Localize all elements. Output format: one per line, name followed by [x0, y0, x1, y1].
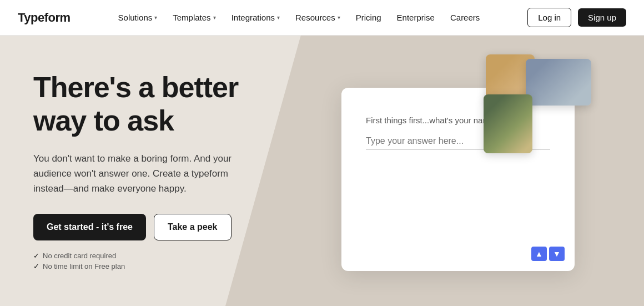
nav-resources[interactable]: Resources ▾	[289, 8, 347, 27]
form-next-button[interactable]: ▼	[549, 247, 565, 261]
form-prev-button[interactable]: ▲	[531, 247, 547, 261]
chevron-down-icon: ▾	[213, 14, 216, 21]
login-button[interactable]: Log in	[527, 8, 571, 27]
hero-note-1: ✓ No credit card required	[33, 252, 255, 260]
form-navigation: ▲ ▼	[531, 247, 565, 261]
hero-subtext: You don't want to make a boring form. An…	[33, 151, 255, 197]
floating-image-3	[484, 94, 532, 153]
chevron-down-icon: ▾	[338, 14, 340, 21]
hero-headline: There's a better way to ask	[33, 71, 255, 138]
check-icon-2: ✓	[33, 262, 39, 270]
get-started-button[interactable]: Get started - it's free	[33, 214, 146, 240]
hero-buttons: Get started - it's free Take a peek	[33, 214, 255, 240]
take-a-peek-button[interactable]: Take a peek	[154, 214, 232, 240]
nav-links: Solutions ▾ Templates ▾ Integrations ▾ R…	[112, 8, 487, 27]
chevron-down-icon: ▾	[154, 14, 157, 21]
chevron-down-icon: ▾	[277, 14, 280, 21]
hero-right: First things first...what's your name? ▲…	[289, 71, 644, 271]
nav-enterprise[interactable]: Enterprise	[390, 8, 441, 27]
floating-image-2	[526, 59, 591, 106]
nav-templates[interactable]: Templates ▾	[166, 8, 222, 27]
hero-note-2: ✓ No time limit on Free plan	[33, 262, 255, 270]
signup-button[interactable]: Sign up	[578, 8, 626, 27]
hero-notes: ✓ No credit card required ✓ No time limi…	[33, 252, 255, 270]
hero-section: There's a better way to ask You don't wa…	[0, 36, 644, 306]
nav-solutions[interactable]: Solutions ▾	[112, 8, 164, 27]
hero-left: There's a better way to ask You don't wa…	[0, 49, 289, 293]
form-preview: First things first...what's your name? ▲…	[341, 88, 575, 271]
nav-actions: Log in Sign up	[527, 8, 626, 27]
logo[interactable]: Typeform	[18, 11, 71, 25]
nav-careers[interactable]: Careers	[444, 8, 486, 27]
check-icon-1: ✓	[33, 252, 39, 260]
nav-pricing[interactable]: Pricing	[349, 8, 388, 27]
image-cluster	[475, 54, 586, 165]
navbar: Typeform Solutions ▾ Templates ▾ Integra…	[0, 0, 644, 36]
nav-integrations[interactable]: Integrations ▾	[225, 8, 286, 27]
